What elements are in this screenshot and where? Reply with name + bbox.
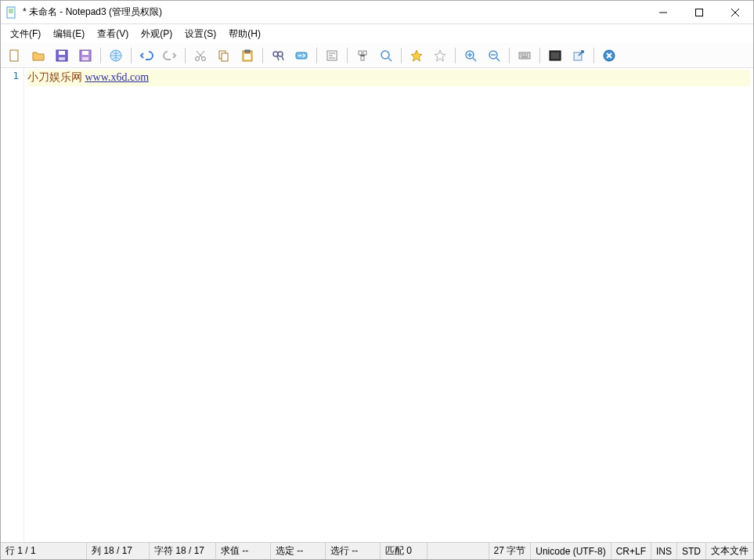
status-std[interactable]: STD (677, 543, 706, 559)
toolbar-separator (131, 48, 132, 63)
toolbar-separator (509, 48, 510, 63)
window-controls (645, 1, 753, 24)
close-button[interactable] (717, 1, 753, 24)
app-icon (5, 6, 18, 19)
editor-area: 1 小刀娱乐网 www.x6d.com (1, 68, 753, 542)
toolbar-separator (185, 48, 186, 63)
zoom-button[interactable] (375, 45, 397, 66)
browser-button[interactable] (105, 45, 127, 66)
minimize-button[interactable] (645, 1, 681, 24)
status-ins[interactable]: INS (651, 543, 677, 559)
favorite-button[interactable] (406, 45, 428, 66)
svg-rect-11 (82, 57, 88, 60)
menu-help[interactable]: 帮助(H) (222, 25, 267, 43)
status-bytes[interactable]: 27 字节 (489, 543, 532, 559)
status-value[interactable]: 求值 -- (216, 543, 271, 559)
toolbar-separator (100, 48, 101, 63)
titlebar: * 未命名 - Notepad3 (管理员权限) (1, 1, 753, 24)
menubar: 文件(F) 编辑(E) 查看(V) 外观(P) 设置(S) 帮助(H) (1, 24, 753, 43)
new-file-button[interactable] (4, 45, 26, 66)
svg-point-20 (273, 52, 278, 56)
svg-point-14 (202, 56, 206, 60)
scheme-button[interactable] (352, 45, 373, 66)
menu-file[interactable]: 文件(F) (4, 25, 47, 43)
toolbar-separator (593, 48, 594, 63)
text-content-cn: 小刀娱乐网 (27, 71, 82, 83)
status-line[interactable]: 行 1 / 1 (1, 543, 87, 559)
launch-button[interactable] (568, 45, 590, 66)
zoom-in-button[interactable] (460, 45, 482, 66)
status-sel-lines[interactable]: 选行 -- (326, 543, 381, 559)
save-button[interactable] (51, 45, 73, 66)
menu-settings[interactable]: 设置(S) (179, 25, 222, 43)
svg-rect-7 (59, 51, 65, 55)
line-gutter: 1 (1, 68, 24, 542)
toolbar-separator (401, 48, 402, 63)
svg-point-13 (196, 56, 200, 60)
undo-button[interactable] (135, 45, 157, 66)
status-char[interactable]: 字符 18 / 17 (150, 543, 216, 559)
status-col[interactable]: 列 18 / 17 (87, 543, 150, 559)
svg-point-21 (278, 52, 283, 56)
redo-button[interactable] (159, 45, 181, 66)
status-selection[interactable]: 选定 -- (271, 543, 326, 559)
open-file-button[interactable] (27, 45, 49, 66)
text-area[interactable]: 小刀娱乐网 www.x6d.com (24, 68, 753, 542)
status-filetype[interactable]: 文本文件 (706, 543, 753, 559)
svg-rect-16 (222, 53, 228, 61)
zoom-out-button[interactable] (483, 45, 505, 66)
svg-rect-10 (82, 51, 88, 55)
text-line[interactable]: 小刀娱乐网 www.x6d.com (27, 70, 750, 86)
execute-button[interactable] (544, 45, 566, 66)
toolbar-separator (455, 48, 456, 63)
copy-button[interactable] (213, 45, 235, 66)
status-match[interactable]: 匹配 0 (381, 543, 428, 559)
keyboard-button[interactable] (514, 45, 536, 66)
svg-rect-8 (59, 57, 65, 60)
save-as-button[interactable] (74, 45, 96, 66)
replace-button[interactable] (290, 45, 312, 66)
menu-edit[interactable]: 编辑(E) (47, 25, 91, 43)
paste-button[interactable] (236, 45, 258, 66)
svg-point-27 (381, 51, 389, 59)
toolbar-separator (539, 48, 540, 63)
word-wrap-button[interactable] (321, 45, 343, 66)
statusbar: 行 1 / 1 列 18 / 17 字符 18 / 17 求值 -- 选定 --… (1, 542, 753, 559)
toolbar-separator (262, 48, 263, 63)
cut-button[interactable] (189, 45, 211, 66)
status-spacer (428, 543, 489, 559)
find-button[interactable] (267, 45, 289, 66)
svg-rect-19 (244, 54, 251, 60)
menu-view[interactable]: 查看(V) (91, 25, 135, 43)
toolbar (1, 43, 753, 68)
line-number: 1 (1, 70, 19, 81)
svg-rect-24 (359, 51, 362, 55)
status-encoding[interactable]: Unicode (UTF-8) (531, 543, 611, 559)
maximize-button[interactable] (681, 1, 717, 24)
exit-button[interactable] (598, 45, 620, 66)
favorite-add-button[interactable] (429, 45, 451, 66)
svg-rect-32 (551, 52, 559, 59)
text-content-url: www.x6d.com (85, 71, 150, 83)
svg-rect-25 (363, 51, 366, 55)
menu-appearance[interactable]: 外观(P) (135, 25, 179, 43)
status-eol[interactable]: CR+LF (611, 543, 651, 559)
svg-rect-18 (245, 50, 250, 52)
svg-rect-26 (361, 56, 364, 60)
toolbar-separator (316, 48, 317, 63)
toolbar-separator (347, 48, 348, 63)
window-title: * 未命名 - Notepad3 (管理员权限) (23, 5, 645, 19)
svg-rect-2 (696, 9, 703, 16)
